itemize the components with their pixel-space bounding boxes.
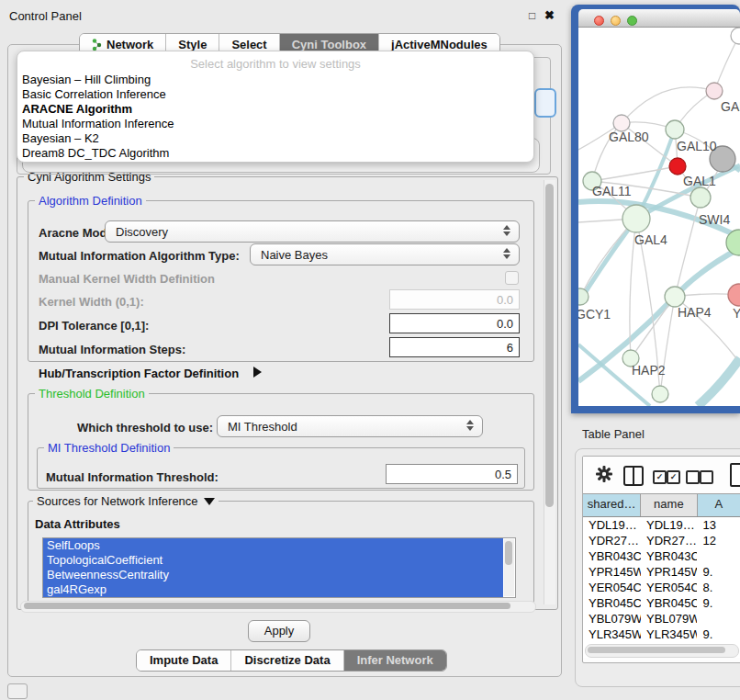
algorithm-option-aracne-algorithm[interactable]: ARACNE Algorithm	[17, 102, 533, 117]
aracne-mode-select[interactable]: Discovery	[105, 220, 520, 243]
zoom-window-icon[interactable]	[627, 16, 637, 26]
table-cell: YBR043C	[583, 548, 641, 564]
list-vertical-scrollbar[interactable]	[504, 539, 514, 596]
dpi-tolerance-field[interactable]: 0.0	[389, 313, 520, 333]
table-cell: YBR043C	[641, 548, 697, 564]
table-row[interactable]: YBL079WYBL079W	[583, 611, 740, 627]
footer-tab-infer-network[interactable]: Infer Network	[344, 650, 446, 671]
algorithm-option-bayesian-hill-climbing[interactable]: Bayesian – Hill Climbing	[17, 73, 533, 87]
which-threshold-select[interactable]: MI Threshold	[217, 415, 483, 437]
close-panel-icon[interactable]: ✖	[544, 8, 555, 22]
mi-threshold-field[interactable]: 0.5	[386, 464, 518, 484]
checked-checkbox-icon[interactable]: ✓	[667, 470, 680, 484]
node-top-partial[interactable]	[731, 28, 740, 44]
table-row[interactable]: YBR045CYBR045C9.	[583, 595, 740, 611]
node-gal4[interactable]	[622, 205, 650, 232]
collapse-arrow-icon[interactable]	[204, 498, 215, 505]
kernel-width-label: Kernel Width (0,1):	[39, 295, 144, 309]
scrollbar-thumb[interactable]	[24, 603, 510, 609]
attribute-item-topologicalcoefficient[interactable]: TopologicalCoefficient	[43, 553, 503, 568]
node-label-gal4: GAL4	[634, 232, 667, 247]
table-cell: YBR045C	[641, 595, 697, 611]
table-horizontal-scrollbar[interactable]	[585, 644, 739, 658]
network-icon	[92, 39, 102, 51]
column-header-a[interactable]: A	[698, 494, 740, 516]
table-row[interactable]: YBR043CYBR043C	[583, 548, 740, 564]
algorithm-option-mutual-information-inference[interactable]: Mutual Information Inference	[17, 117, 533, 131]
scrollbar-thumb[interactable]	[545, 184, 554, 507]
table-cell	[697, 611, 740, 627]
scrollbar-thumb[interactable]	[588, 647, 725, 653]
mi-steps-label: Mutual Information Steps:	[39, 343, 185, 356]
spinner-arrows-icon	[466, 420, 475, 431]
node-label-gal1: GAL1	[683, 174, 716, 188]
sources-title-text: Sources for Network Inference	[37, 495, 198, 507]
node-salmon[interactable]	[728, 284, 740, 306]
table-row[interactable]: YDR27…YDR27…12	[583, 533, 740, 548]
dpi-tolerance-label: DPI Tolerance [0,1]:	[39, 319, 149, 333]
table-cell: 9.	[697, 564, 740, 580]
node-bottom[interactable]	[652, 386, 668, 402]
mi-threshold-label: Mutual Information Threshold:	[46, 470, 219, 484]
attribute-item-betweennesscentrality[interactable]: BetweennessCentrality	[43, 568, 503, 582]
algorithm-option-dream8-dc-tdc-algorithm[interactable]: Dream8 DC_TDC Algorithm	[17, 146, 533, 161]
aracne-mode-value: Discovery	[116, 225, 168, 239]
node-red[interactable]	[669, 158, 686, 175]
kernel-width-field[interactable]: 0.0	[389, 289, 520, 310]
tab-label: jActiveMNodules	[391, 38, 488, 51]
node-gal1[interactable]	[690, 187, 711, 208]
focused-combobox-fragment[interactable]	[534, 88, 556, 118]
split-view-icon[interactable]	[623, 466, 644, 486]
table-cell: YER054C	[641, 580, 697, 595]
table-cell: YER054C	[583, 580, 641, 595]
node-gal10[interactable]	[666, 120, 684, 139]
manual-kernel-checkbox[interactable]	[505, 271, 519, 285]
tab-label: Style	[178, 38, 207, 51]
node-hap4[interactable]	[665, 287, 685, 307]
data-attributes-list[interactable]: SelfLoopsTopologicalCoefficientBetweenne…	[42, 537, 516, 598]
node-pink-gal[interactable]	[706, 83, 723, 99]
table-row[interactable]: YLR345WYLR345W9.	[583, 627, 740, 642]
scrollbar-thumb[interactable]	[505, 541, 512, 565]
network-canvas[interactable]: GALGAL80GAL10GAL1GAL11SWI4GAL4GCY1HAP4YH…	[578, 28, 740, 406]
footer-tab-discretize-data[interactable]: Discretize Data	[231, 650, 343, 671]
footer-tab-impute-data[interactable]: Impute Data	[137, 650, 231, 671]
attribute-item-selfloops[interactable]: SelfLoops	[43, 538, 503, 553]
mi-steps-field[interactable]: 6	[389, 337, 520, 357]
node-label-gcy1: GCY1	[578, 307, 611, 322]
gear-icon[interactable]	[596, 466, 612, 482]
table-row[interactable]: YDL19…YDL19…13	[583, 517, 740, 533]
minimize-window-icon[interactable]	[611, 16, 621, 26]
checked-checkbox-icon[interactable]: ✓	[653, 470, 667, 484]
unchecked-checkbox-icon[interactable]	[700, 470, 713, 484]
attribute-item-gal4rgexp[interactable]: gal4RGexp	[43, 582, 503, 597]
apply-button[interactable]: Apply	[248, 620, 310, 642]
algorithm-option-basic-correlation-inference[interactable]: Basic Correlation Inference	[17, 87, 533, 102]
column-header-name[interactable]: name	[641, 494, 698, 516]
mi-type-select[interactable]: Naive Bayes	[250, 243, 520, 265]
table-cell: 9.	[697, 627, 740, 642]
settings-horizontal-scrollbar[interactable]	[20, 601, 536, 613]
collapsed-panel-icon[interactable]	[7, 683, 28, 699]
table-row[interactable]: YPR145WYPR145W9.	[583, 564, 740, 580]
hub-definition-label[interactable]: Hub/Transcription Factor Definition	[39, 367, 239, 380]
tab-label: Select	[231, 38, 266, 51]
table-row[interactable]: YER054CYER054C8.	[583, 580, 740, 595]
table-cell: YDR27…	[641, 533, 697, 548]
close-window-icon[interactable]	[594, 16, 604, 26]
mi-threshold-title: MI Threshold Definition	[44, 442, 174, 454]
control-panel-title: Control Panel	[9, 9, 82, 23]
expand-arrow-icon[interactable]	[253, 367, 262, 378]
float-window-icon[interactable]: □	[529, 9, 535, 22]
table-toolbar: ✓ ✓	[583, 457, 740, 493]
column-header-shared-[interactable]: shared…	[583, 494, 641, 516]
unchecked-checkbox-icon[interactable]	[686, 470, 700, 484]
sources-title[interactable]: Sources for Network Inference	[33, 495, 219, 507]
document-icon[interactable]	[730, 463, 740, 487]
settings-vertical-scrollbar[interactable]	[544, 180, 555, 604]
window-titlebar[interactable]	[578, 9, 740, 28]
table-cell: YDR27…	[583, 533, 641, 548]
dropdown-prompt: Select algorithm to view settings	[17, 51, 533, 73]
table-cell: YLR345W	[641, 627, 697, 642]
algorithm-option-bayesian-k2[interactable]: Bayesian – K2	[17, 131, 533, 146]
